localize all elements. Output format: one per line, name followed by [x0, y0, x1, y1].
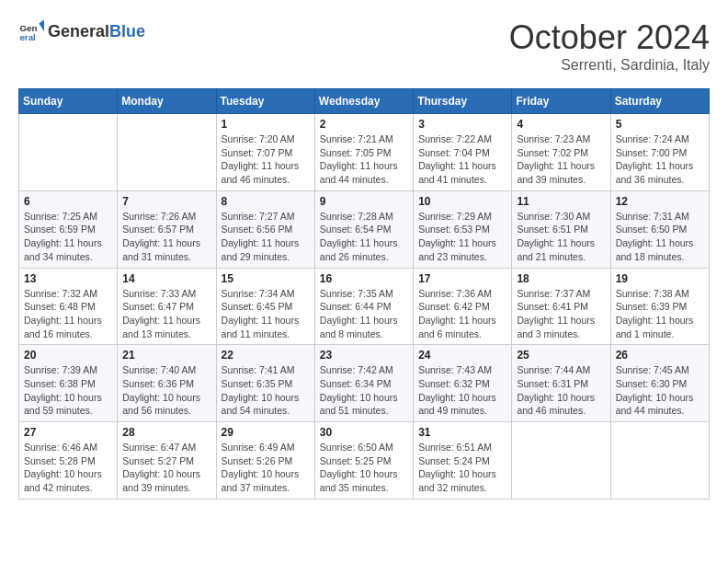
calendar-cell	[512, 422, 610, 500]
logo-text-blue: Blue	[109, 22, 145, 41]
month-title: October 2024	[509, 18, 710, 57]
calendar-header-row: SundayMondayTuesdayWednesdayThursdayFrid…	[19, 89, 710, 114]
day-info: Sunrise: 7:26 AM Sunset: 6:57 PM Dayligh…	[122, 210, 210, 264]
calendar-cell: 3Sunrise: 7:22 AM Sunset: 7:04 PM Daylig…	[414, 114, 512, 191]
day-number: 14	[122, 272, 210, 285]
day-number: 16	[320, 272, 408, 285]
day-info: Sunrise: 6:49 AM Sunset: 5:26 PM Dayligh…	[222, 441, 310, 495]
day-info: Sunrise: 7:45 AM Sunset: 6:30 PM Dayligh…	[616, 363, 704, 418]
day-number: 11	[517, 195, 605, 208]
day-info: Sunrise: 6:46 AM Sunset: 5:28 PM Dayligh…	[24, 441, 112, 495]
day-number: 2	[320, 118, 408, 131]
day-header-friday: Friday	[512, 89, 610, 114]
day-info: Sunrise: 7:33 AM Sunset: 6:47 PM Dayligh…	[122, 287, 210, 341]
day-number: 8	[222, 195, 310, 208]
day-info: Sunrise: 7:40 AM Sunset: 6:36 PM Dayligh…	[122, 363, 210, 418]
calendar-cell: 9Sunrise: 7:28 AM Sunset: 6:54 PM Daylig…	[314, 190, 413, 268]
day-number: 21	[122, 349, 210, 362]
logo-text-general: General	[48, 22, 109, 41]
day-header-sunday: Sunday	[19, 89, 118, 114]
calendar-cell: 23Sunrise: 7:42 AM Sunset: 6:34 PM Dayli…	[314, 345, 413, 422]
calendar-cell: 8Sunrise: 7:27 AM Sunset: 6:56 PM Daylig…	[216, 190, 314, 268]
calendar-cell	[19, 114, 118, 191]
calendar-week-row: 13Sunrise: 7:32 AM Sunset: 6:48 PM Dayli…	[19, 268, 710, 345]
calendar-cell: 31Sunrise: 6:51 AM Sunset: 5:24 PM Dayli…	[414, 422, 512, 500]
title-block: October 2024 Serrenti, Sardinia, Italy	[509, 18, 710, 74]
day-info: Sunrise: 7:25 AM Sunset: 6:59 PM Dayligh…	[24, 210, 112, 264]
calendar-cell: 22Sunrise: 7:41 AM Sunset: 6:35 PM Dayli…	[216, 345, 314, 422]
svg-marker-3	[39, 19, 44, 31]
day-number: 7	[122, 195, 210, 208]
location-title: Serrenti, Sardinia, Italy	[509, 57, 710, 74]
calendar-cell: 16Sunrise: 7:35 AM Sunset: 6:44 PM Dayli…	[314, 268, 413, 345]
calendar-cell: 13Sunrise: 7:32 AM Sunset: 6:48 PM Dayli…	[19, 268, 118, 345]
calendar-week-row: 20Sunrise: 7:39 AM Sunset: 6:38 PM Dayli…	[19, 345, 710, 422]
calendar-table: SundayMondayTuesdayWednesdayThursdayFrid…	[18, 88, 710, 500]
day-header-thursday: Thursday	[414, 89, 512, 114]
day-number: 26	[616, 349, 704, 362]
logo: Gen eral GeneralBlue	[18, 18, 145, 44]
day-number: 22	[222, 349, 310, 362]
calendar-cell: 15Sunrise: 7:34 AM Sunset: 6:45 PM Dayli…	[216, 268, 314, 345]
day-number: 6	[24, 195, 112, 208]
page-header: Gen eral GeneralBlue October 2024 Serren…	[18, 18, 710, 74]
day-number: 9	[320, 195, 408, 208]
day-number: 17	[418, 272, 506, 285]
day-number: 1	[222, 118, 310, 131]
day-number: 4	[517, 118, 605, 131]
day-info: Sunrise: 7:30 AM Sunset: 6:51 PM Dayligh…	[517, 210, 605, 264]
calendar-cell	[118, 114, 216, 191]
logo-icon: Gen eral	[18, 18, 44, 44]
calendar-cell: 18Sunrise: 7:37 AM Sunset: 6:41 PM Dayli…	[512, 268, 610, 345]
day-info: Sunrise: 6:51 AM Sunset: 5:24 PM Dayligh…	[418, 441, 506, 495]
day-info: Sunrise: 6:50 AM Sunset: 5:25 PM Dayligh…	[320, 441, 408, 495]
calendar-cell: 28Sunrise: 6:47 AM Sunset: 5:27 PM Dayli…	[118, 422, 216, 500]
day-info: Sunrise: 7:20 AM Sunset: 7:07 PM Dayligh…	[222, 132, 310, 187]
day-info: Sunrise: 7:38 AM Sunset: 6:39 PM Dayligh…	[616, 287, 704, 341]
day-info: Sunrise: 7:35 AM Sunset: 6:44 PM Dayligh…	[320, 287, 408, 341]
day-info: Sunrise: 7:41 AM Sunset: 6:35 PM Dayligh…	[222, 363, 310, 418]
day-number: 29	[222, 426, 310, 439]
calendar-cell: 5Sunrise: 7:24 AM Sunset: 7:00 PM Daylig…	[610, 114, 709, 191]
calendar-cell: 11Sunrise: 7:30 AM Sunset: 6:51 PM Dayli…	[512, 190, 610, 268]
calendar-week-row: 27Sunrise: 6:46 AM Sunset: 5:28 PM Dayli…	[19, 422, 710, 500]
calendar-cell: 26Sunrise: 7:45 AM Sunset: 6:30 PM Dayli…	[610, 345, 709, 422]
calendar-cell: 17Sunrise: 7:36 AM Sunset: 6:42 PM Dayli…	[414, 268, 512, 345]
day-info: Sunrise: 7:39 AM Sunset: 6:38 PM Dayligh…	[24, 363, 112, 418]
day-number: 31	[418, 426, 506, 439]
day-header-monday: Monday	[118, 89, 216, 114]
day-info: Sunrise: 7:29 AM Sunset: 6:53 PM Dayligh…	[418, 210, 506, 264]
day-info: Sunrise: 7:23 AM Sunset: 7:02 PM Dayligh…	[517, 132, 605, 187]
calendar-cell: 14Sunrise: 7:33 AM Sunset: 6:47 PM Dayli…	[118, 268, 216, 345]
svg-text:eral: eral	[19, 32, 36, 42]
day-info: Sunrise: 7:37 AM Sunset: 6:41 PM Dayligh…	[517, 287, 605, 341]
day-info: Sunrise: 7:43 AM Sunset: 6:32 PM Dayligh…	[418, 363, 506, 418]
calendar-cell: 12Sunrise: 7:31 AM Sunset: 6:50 PM Dayli…	[610, 190, 709, 268]
day-number: 27	[24, 426, 112, 439]
calendar-cell: 27Sunrise: 6:46 AM Sunset: 5:28 PM Dayli…	[19, 422, 118, 500]
day-header-saturday: Saturday	[610, 89, 709, 114]
day-number: 15	[222, 272, 310, 285]
day-header-wednesday: Wednesday	[314, 89, 413, 114]
calendar-week-row: 1Sunrise: 7:20 AM Sunset: 7:07 PM Daylig…	[19, 114, 710, 191]
calendar-cell: 7Sunrise: 7:26 AM Sunset: 6:57 PM Daylig…	[118, 190, 216, 268]
day-info: Sunrise: 7:44 AM Sunset: 6:31 PM Dayligh…	[517, 363, 605, 418]
day-info: Sunrise: 6:47 AM Sunset: 5:27 PM Dayligh…	[122, 441, 210, 495]
day-header-tuesday: Tuesday	[216, 89, 314, 114]
calendar-cell: 30Sunrise: 6:50 AM Sunset: 5:25 PM Dayli…	[314, 422, 413, 500]
calendar-week-row: 6Sunrise: 7:25 AM Sunset: 6:59 PM Daylig…	[19, 190, 710, 268]
day-number: 24	[418, 349, 506, 362]
day-info: Sunrise: 7:36 AM Sunset: 6:42 PM Dayligh…	[418, 287, 506, 341]
day-info: Sunrise: 7:27 AM Sunset: 6:56 PM Dayligh…	[222, 210, 310, 264]
calendar-cell: 19Sunrise: 7:38 AM Sunset: 6:39 PM Dayli…	[610, 268, 709, 345]
day-number: 3	[418, 118, 506, 131]
day-number: 12	[616, 195, 704, 208]
day-number: 10	[418, 195, 506, 208]
calendar-cell: 2Sunrise: 7:21 AM Sunset: 7:05 PM Daylig…	[314, 114, 413, 191]
calendar-cell	[610, 422, 709, 500]
day-info: Sunrise: 7:32 AM Sunset: 6:48 PM Dayligh…	[24, 287, 112, 341]
day-number: 5	[616, 118, 704, 131]
day-info: Sunrise: 7:34 AM Sunset: 6:45 PM Dayligh…	[222, 287, 310, 341]
day-number: 20	[24, 349, 112, 362]
calendar-cell: 21Sunrise: 7:40 AM Sunset: 6:36 PM Dayli…	[118, 345, 216, 422]
